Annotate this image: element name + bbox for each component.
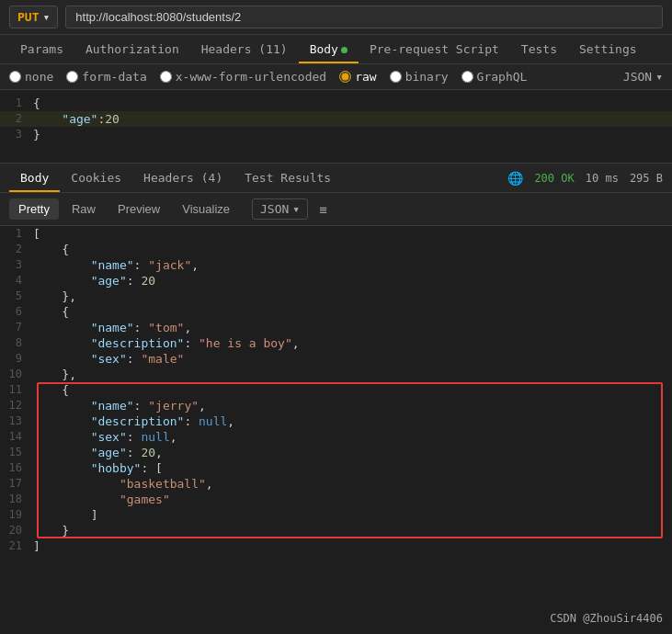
json-brace: { [33,243,69,256]
json-key: "age" [91,446,127,459]
json-key: "name" [91,258,134,272]
resp-line-19: 19 ] [0,507,672,523]
json-bracket: ] [33,539,40,553]
resp-line-number: 21 [0,539,33,553]
json-brace: { [33,305,69,319]
json-colon: : [184,414,199,428]
body-type-x-www-form-urlencoded[interactable]: x-www-form-urlencoded [160,70,326,84]
resp-line-content: }, [33,368,672,381]
response-tab-cookies[interactable]: Cookies [60,164,132,192]
json-brace: }, [33,289,76,303]
req-line-2: 2 "age":20 [0,111,672,127]
json-null: null [141,430,169,444]
method-label: PUT [17,10,39,24]
request-tab-settings[interactable]: Settings [568,35,648,63]
json-key: "sex" [91,430,127,444]
resp-line-17: 17 "basketball", [0,476,672,492]
resp-line-content: "name": "jerry", [33,399,672,413]
resp-line-number: 4 [0,274,33,288]
resp-line-18: 18 "games" [0,492,672,507]
main-layout: PUT ▾ ParamsAuthorizationHeaders (11)Bod… [0,0,672,634]
body-type-form-data[interactable]: form-data [66,70,146,84]
request-tab-tests[interactable]: Tests [510,35,568,63]
resp-line-content: "sex": "male" [33,352,672,366]
watermark: CSDN @ZhouSir4406 [550,612,663,625]
resp-line-number: 3 [0,258,33,272]
body-type-label-binary: binary [405,70,449,84]
body-type-bar: noneform-datax-www-form-urlencodedrawbin… [0,64,672,90]
resp-btn-raw[interactable]: Raw [63,198,105,220]
request-tab-headers(11)[interactable]: Headers (11) [190,35,299,63]
resp-btn-visualize[interactable]: Visualize [173,198,239,220]
json-comma: , [191,258,199,272]
body-type-GraphQL[interactable]: GraphQL [461,70,528,84]
json-string: "basketball" [120,477,206,491]
resp-line-9: 9 "sex": "male" [0,351,672,367]
line-content: { [33,96,672,110]
resp-line-8: 8 "description": "he is a boy", [0,335,672,351]
resp-line-16: 16 "hobby": [ [0,460,672,476]
json-number: 20 [141,274,155,288]
resp-line-10: 10 }, [0,367,672,382]
resp-line-content: "age": 20 [33,274,672,288]
resp-line-number: 5 [0,289,33,303]
resp-line-content: [ [33,227,672,241]
json-comma: , [227,414,234,428]
resp-line-20: 20 } [0,523,672,538]
url-input[interactable] [65,6,663,28]
resp-line-number: 7 [0,321,33,334]
response-tab-testresults[interactable]: Test Results [233,164,342,192]
resp-line-content: "sex": null, [33,430,672,444]
json-comma: , [206,477,213,491]
line-number: 2 [0,112,33,125]
req-line-1: 1{ [0,96,672,111]
resp-btn-preview[interactable]: Preview [108,198,169,220]
resp-btn-pretty[interactable]: Pretty [9,198,59,220]
resp-line-number: 15 [0,446,33,459]
resp-line-content: ] [33,508,672,522]
body-type-label-x-www-form-urlencoded: x-www-form-urlencoded [176,70,326,84]
body-type-none[interactable]: none [9,70,53,84]
json-string: "tom" [148,321,184,334]
url-bar: PUT ▾ [0,0,672,35]
format-select[interactable]: JSON▾ [623,70,663,84]
response-format-select[interactable]: JSON▾ [252,198,308,220]
body-type-raw[interactable]: raw [339,70,376,84]
resp-line-number: 10 [0,368,33,381]
line-number: 1 [0,96,33,109]
body-type-label-none: none [25,70,53,84]
resp-line-number: 6 [0,305,33,319]
request-tab-body[interactable]: Body [299,35,359,63]
line-content: "age":20 [33,112,672,126]
json-string: "games" [120,492,170,506]
resp-line-number: 11 [0,383,33,397]
body-type-binary[interactable]: binary [390,70,449,84]
resp-line-6: 6 { [0,304,672,320]
resp-line-number: 13 [0,414,33,428]
method-select[interactable]: PUT ▾ [9,6,58,28]
response-tab-body[interactable]: Body [9,164,60,192]
json-colon: : [127,430,142,444]
json-key: "sex" [91,352,127,366]
request-tab-pre-requestscript[interactable]: Pre-request Script [359,35,510,63]
json-key: "name" [91,399,134,413]
json-colon: : [134,258,149,272]
json-key: "age" [91,274,127,288]
filter-icon[interactable]: ≡ [319,202,326,217]
line-number: 3 [0,128,33,141]
resp-line-content: "games" [33,492,672,506]
request-tab-authorization[interactable]: Authorization [74,35,190,63]
response-tab-bar: BodyCookiesHeaders (4)Test Results 🌐 200… [0,164,672,193]
json-key: "description" [91,336,185,350]
resp-line-content: { [33,243,672,256]
response-section: BodyCookiesHeaders (4)Test Results 🌐 200… [0,164,672,634]
resp-line-number: 20 [0,524,33,538]
response-tab-headers(4)[interactable]: Headers (4) [132,164,233,192]
resp-line-number: 1 [0,227,33,241]
resp-format-chevron-icon: ▾ [292,202,300,216]
globe-icon: 🌐 [507,171,523,186]
json-comma: , [292,336,300,350]
request-tab-params[interactable]: Params [9,35,74,63]
resp-line-content: "name": "jack", [33,258,672,272]
body-type-label-raw: raw [355,70,376,84]
